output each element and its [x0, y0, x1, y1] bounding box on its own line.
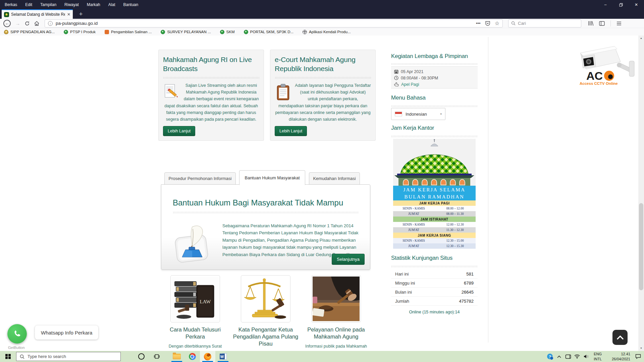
- banner-line1: JAM KERJA SELAMA: [393, 186, 476, 193]
- article-card-pelayanan-online[interactable]: Pelayanan Online pada Mahkamah Agung Inf…: [301, 275, 371, 351]
- search-bar[interactable]: Cari: [508, 19, 581, 27]
- menu-berkas[interactable]: Berkas: [5, 2, 17, 7]
- clock[interactable]: 12.41 26/04/2021: [608, 352, 630, 361]
- reload-button[interactable]: [25, 21, 30, 26]
- file-explorer-button[interactable]: [169, 351, 184, 362]
- url-bar[interactable]: i pa-pulangpisau.go.id ••• ☆: [45, 19, 503, 27]
- bookmark-item[interactable]: Pengambilan Salinan ...: [105, 30, 152, 34]
- browser-navbar: ← → i pa-pulangpisau.go.id ••• ☆ Cari: [0, 19, 644, 28]
- tab-prosedur-permohonan-informasi[interactable]: Prosedur Permohonan Informasi: [164, 172, 236, 185]
- tab-bantuan-hukum-masyarakat[interactable]: Bantuan Hukum Masyarakat: [239, 170, 305, 185]
- language-dropdown[interactable]: Indonesian ▾: [391, 108, 445, 120]
- bookmark-item[interactable]: PTSP I Produk: [64, 30, 96, 34]
- bookmark-item[interactable]: SKM: [220, 30, 235, 34]
- menu-riwayat[interactable]: Riwayat: [64, 2, 79, 7]
- green-site-icon: [220, 30, 224, 34]
- page-actions-icon[interactable]: •••: [476, 21, 481, 26]
- tab-label: Prosedur Permohonan Informasi: [169, 176, 232, 181]
- menu-alat[interactable]: Alat: [108, 2, 115, 7]
- language-indicator[interactable]: ENG INTL: [594, 352, 602, 361]
- dotted-divider: [163, 77, 259, 78]
- selanjutnya-button[interactable]: Selanjutnya: [332, 254, 365, 265]
- dotted-divider: [391, 105, 478, 107]
- tab-close-icon[interactable]: ✕: [67, 12, 70, 17]
- scrollbar-thumb[interactable]: [639, 203, 643, 290]
- card-title: Mahkamah Agung RI on Live Broadcasts: [163, 55, 259, 73]
- cctv-access-online-logo[interactable]: AC Access CCTV Online: [570, 42, 638, 86]
- article-snippet: Dengan diterbitkannya Surat Keputusan Di…: [160, 343, 230, 351]
- windows-logo-icon: [5, 354, 11, 359]
- sidebar-toggle-icon[interactable]: [599, 21, 605, 26]
- pocket-icon[interactable]: [485, 21, 490, 26]
- tab-label: Bantuan Hukum Masyarakat: [245, 175, 300, 180]
- bookmark-star-icon[interactable]: ☆: [495, 20, 499, 26]
- scroll-down-arrow[interactable]: ▼: [638, 346, 644, 351]
- back-to-top-button[interactable]: [612, 330, 628, 345]
- article-image-scales[interactable]: [241, 275, 290, 322]
- tablet-mode-button[interactable]: [564, 354, 573, 359]
- new-tab-button[interactable]: +: [76, 9, 86, 19]
- banner-line2: BULAN RAMADHAN: [393, 193, 476, 200]
- lebih-lanjut-button[interactable]: Lebih Lanjut: [275, 126, 307, 136]
- inkwell-quill-icon: [173, 222, 214, 264]
- help-tray-button[interactable]: ?: [545, 354, 554, 359]
- scroll-up-arrow[interactable]: ▲: [638, 36, 644, 41]
- close-button[interactable]: ✕: [629, 0, 644, 9]
- hamburger-menu-icon[interactable]: [616, 21, 622, 25]
- word-button[interactable]: W: [215, 351, 231, 362]
- browser-tab-active[interactable]: Selamat Datang di Website Res ✕: [2, 9, 73, 19]
- url-text[interactable]: pa-pulangpisau.go.id: [56, 21, 473, 26]
- wifi-icon: [574, 354, 580, 359]
- agenda-event-row: Apel Pagi: [394, 81, 475, 87]
- taskbar-search-box[interactable]: Type here to search: [16, 352, 121, 361]
- article-card-telusuri-perkara[interactable]: LAW Cara Mudah Telusuri Perkara Dengan d…: [160, 275, 230, 351]
- lebih-lanjut-button[interactable]: Lebih Lanjut: [163, 126, 195, 136]
- panel-body: Sebagaimana Peraturan Mahkamah Agung RI …: [222, 222, 362, 258]
- site-info-icon[interactable]: i: [48, 21, 53, 26]
- article-card-kata-pengantar[interactable]: Kata Pengantar Ketua Pengadilan Agama Pu…: [230, 275, 301, 351]
- browser-menubar: Berkas Edit Tampilan Riwayat Markah Alat…: [0, 2, 138, 7]
- menu-markah[interactable]: Markah: [87, 2, 100, 7]
- tab-kemudahan-informasi[interactable]: Kemudahan Informasi: [309, 172, 360, 185]
- whatsapp-phone-icon: [12, 329, 22, 339]
- forward-button[interactable]: →: [15, 21, 20, 26]
- feature-card-ecourt: e-Court Mahkamah Agung Republik Indonesi…: [270, 50, 376, 141]
- firefox-icon: [204, 353, 211, 360]
- menu-tampilan[interactable]: Tampilan: [40, 2, 56, 7]
- bookmark-item[interactable]: SURVEY PELAYANAN ...: [161, 30, 211, 34]
- wifi-tray-button[interactable]: [573, 354, 582, 359]
- action-center-button[interactable]: [634, 354, 643, 359]
- menu-edit[interactable]: Edit: [25, 2, 32, 7]
- volume-tray-button[interactable]: [582, 354, 591, 359]
- article-image-judge-gavel[interactable]: [311, 275, 361, 322]
- library-icon[interactable]: [588, 21, 593, 26]
- whatsapp-tooltip[interactable]: Whatsapp Info Perkara: [35, 325, 98, 340]
- start-button[interactable]: [0, 351, 16, 362]
- chrome-button[interactable]: [184, 351, 200, 362]
- clipboard-icon: [275, 83, 292, 101]
- tray-overflow-button[interactable]: [554, 355, 564, 358]
- firefox-button[interactable]: [200, 351, 215, 362]
- article-title[interactable]: Cara Mudah Telusuri Perkara: [160, 326, 230, 340]
- cortana-button[interactable]: [133, 351, 149, 362]
- restore-button[interactable]: [613, 0, 629, 9]
- article-title[interactable]: Pelayanan Online pada Mahkamah Agung: [301, 326, 371, 340]
- article-snippet: Informasi publik pada Mahkamah Agung RI …: [301, 343, 371, 351]
- reload-icon: [25, 21, 30, 26]
- menu-bantuan[interactable]: Bantuan: [123, 2, 138, 7]
- task-view-button[interactable]: [149, 351, 164, 362]
- stat-label: Bulan ini: [395, 290, 412, 295]
- bookmark-item[interactable]: PORTAL SKM, SP3K D...: [244, 30, 294, 34]
- article-image-law-books[interactable]: LAW: [170, 275, 220, 322]
- home-button[interactable]: [34, 21, 39, 26]
- table-section-header: JAM KERJA PAGI: [393, 200, 476, 206]
- agenda-event-link[interactable]: Apel Pagi: [401, 82, 419, 87]
- bookmark-item[interactable]: SIPP PENGADILAN AG...: [4, 30, 55, 34]
- minimize-button[interactable]: –: [598, 0, 613, 9]
- language-code: ENG: [594, 352, 602, 356]
- article-title[interactable]: Kata Pengantar Ketua Pengadilan Agama Pu…: [230, 326, 301, 347]
- bookmark-item[interactable]: Aplikasi Kendali Produ...: [303, 30, 351, 34]
- whatsapp-button[interactable]: [7, 324, 27, 344]
- page-scrollbar[interactable]: ▲ ▼: [638, 36, 644, 351]
- back-button[interactable]: ←: [3, 20, 11, 27]
